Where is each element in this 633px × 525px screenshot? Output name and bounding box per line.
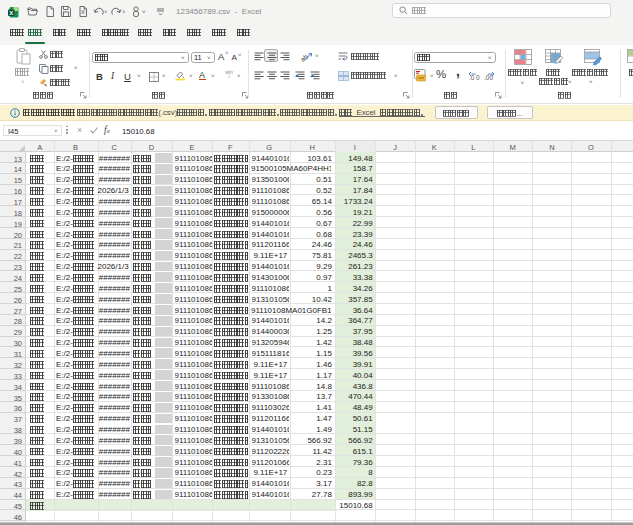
- svg-text:0: 0: [476, 74, 480, 81]
- svg-text:.00: .00: [484, 74, 493, 81]
- svg-text:X: X: [9, 10, 13, 16]
